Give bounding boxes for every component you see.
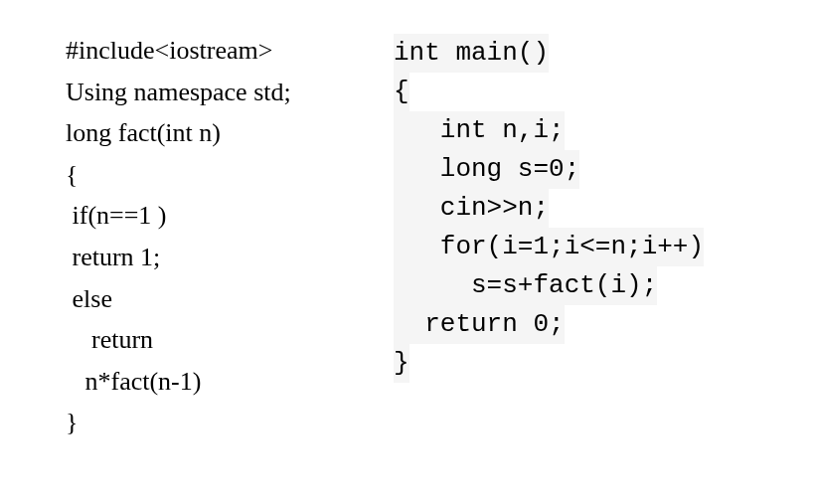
- code-line: s=s+fact(i);: [394, 266, 791, 305]
- code-line: return 0;: [394, 305, 791, 344]
- code-line: cin>>n;: [394, 189, 791, 228]
- code-line: n*fact(n-1): [66, 361, 344, 403]
- code-container: #include<iostream> Using namespace std; …: [0, 0, 816, 443]
- code-line: #include<iostream>: [66, 30, 344, 72]
- code-line: {: [394, 73, 791, 111]
- code-line: }: [66, 402, 344, 443]
- code-line: long fact(int n): [66, 112, 344, 154]
- left-code-column: #include<iostream> Using namespace std; …: [66, 30, 344, 443]
- code-line: }: [394, 344, 791, 383]
- code-line: Using namespace std;: [66, 72, 344, 113]
- code-line: if(n==1 ): [66, 195, 344, 237]
- code-line: else: [66, 278, 344, 320]
- code-line: int n,i;: [394, 111, 791, 150]
- code-line: for(i=1;i<=n;i++): [394, 228, 791, 266]
- code-line: int main(): [394, 34, 791, 73]
- code-line: return 1;: [66, 237, 344, 278]
- code-line: {: [66, 154, 344, 196]
- code-line: long s=0;: [394, 150, 791, 189]
- code-line: return: [66, 319, 344, 361]
- right-code-column: int main() { int n,i; long s=0; cin>>n; …: [394, 30, 791, 443]
